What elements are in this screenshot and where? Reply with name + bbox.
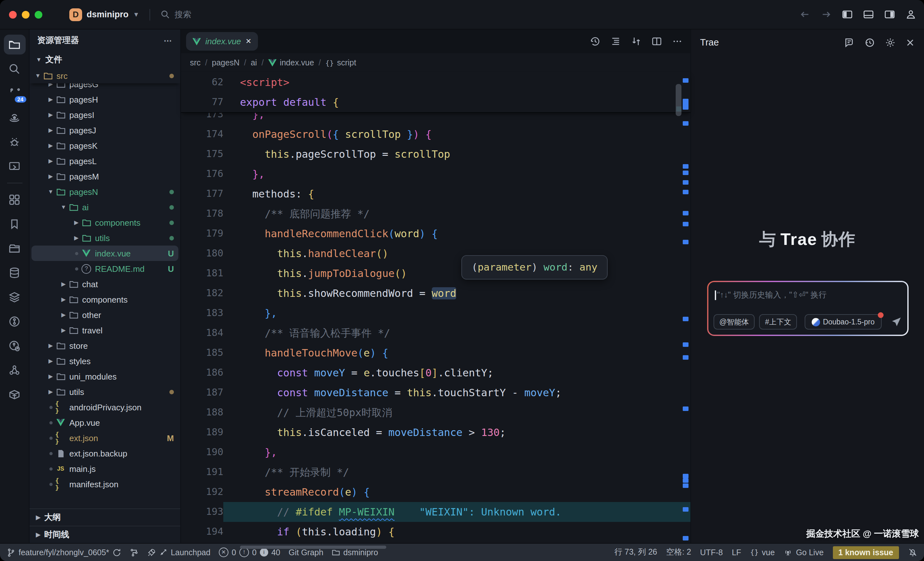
code-line-186[interactable]: 186 const moveY = e.touches[0].clientY; bbox=[181, 363, 690, 383]
tree-file-ext.json[interactable]: { }ext.jsonM bbox=[30, 430, 180, 446]
code-line-193[interactable]: 193 // #ifdef MP-WEIXIN "WEIXIN": Unknow… bbox=[181, 502, 690, 522]
tree-folder-src[interactable]: ▼src bbox=[30, 68, 180, 83]
go-live-button[interactable]: Go Live bbox=[784, 548, 824, 557]
code-line-174[interactable]: 174 onPageScroll({ scrollTop }) { bbox=[181, 124, 690, 144]
breadcrumb-script[interactable]: {}script bbox=[326, 58, 356, 67]
tree-folder-chat[interactable]: ▶chat bbox=[30, 276, 180, 292]
activity-layers-icon[interactable] bbox=[3, 287, 26, 307]
code-line-185[interactable]: 185 handleTouchMove(e) { bbox=[181, 343, 690, 363]
zoom-window-button[interactable] bbox=[34, 10, 42, 18]
code-area[interactable]: 62<script>77export default { 173 },174 o… bbox=[181, 72, 690, 543]
more-icon[interactable] bbox=[672, 36, 683, 47]
context-chip[interactable]: #上下文 bbox=[759, 314, 797, 329]
code-line-182[interactable]: 182 this.showRecommendWord = word bbox=[181, 283, 690, 303]
settings-gear-icon[interactable] bbox=[885, 37, 896, 48]
panel-right-icon[interactable] bbox=[884, 9, 895, 20]
compare-icon[interactable] bbox=[631, 36, 642, 47]
new-chat-icon[interactable] bbox=[844, 37, 855, 48]
close-window-button[interactable] bbox=[9, 10, 16, 18]
activity-bookmark-icon[interactable] bbox=[3, 214, 26, 234]
breadcrumb-src[interactable]: src bbox=[190, 58, 201, 67]
tree-file-androidPrivacy.json[interactable]: { }androidPrivacy.json bbox=[30, 399, 180, 415]
activity-search-icon[interactable] bbox=[3, 59, 26, 79]
cursor-position[interactable]: 行 73, 列 26 bbox=[614, 547, 657, 558]
tree-folder-utils[interactable]: ▶utils bbox=[30, 230, 180, 245]
code-line-189[interactable]: 189 this.isCanceled = moveDistance > 130… bbox=[181, 422, 690, 442]
activity-git-annotate-icon[interactable] bbox=[3, 336, 26, 356]
tree-folder-pagesI[interactable]: ▶pagesI bbox=[30, 107, 180, 123]
history-icon[interactable] bbox=[864, 37, 875, 48]
history-icon[interactable] bbox=[590, 36, 601, 47]
model-selector[interactable]: Doubao-1.5-pro bbox=[805, 314, 882, 329]
tree-folder-pagesK[interactable]: ▶pagesK bbox=[30, 138, 180, 153]
workspace-switcher[interactable]: D dsminipro ▼ bbox=[69, 8, 139, 21]
tree-file-manifest.json[interactable]: { }manifest.json bbox=[30, 476, 180, 492]
code-line-191[interactable]: 191 /** 开始录制 */ bbox=[181, 462, 690, 482]
launchpad-button[interactable]: Launchpad bbox=[147, 548, 210, 557]
back-arrow-icon[interactable] bbox=[800, 9, 810, 20]
close-tab-icon[interactable]: ✕ bbox=[245, 37, 251, 45]
tree-file-ext.json.backup[interactable]: ext.json.backup bbox=[30, 446, 180, 461]
language-mode[interactable]: {̇} vue bbox=[750, 548, 775, 557]
code-line-192[interactable]: 192 streamRecord(e) { bbox=[181, 482, 690, 502]
files-section-header[interactable]: ▼ 文件 bbox=[30, 51, 180, 68]
bell-slash-icon[interactable] bbox=[908, 548, 918, 557]
workspace-indicator[interactable]: dsminipro bbox=[332, 548, 378, 557]
problems-indicator[interactable]: ✕0 !0 i40 bbox=[219, 548, 280, 557]
tree-folder-pagesN[interactable]: ▼pagesN bbox=[30, 184, 180, 199]
tree-folder-ai[interactable]: ▼ai bbox=[30, 199, 180, 215]
tree-folder-travel[interactable]: ▶travel bbox=[30, 323, 180, 338]
activity-source-control-icon[interactable]: 24 bbox=[3, 83, 26, 103]
send-icon[interactable] bbox=[891, 316, 902, 328]
eol[interactable]: LF bbox=[732, 548, 741, 557]
code-line-173[interactable]: 173 }, bbox=[181, 113, 690, 124]
git-graph-button[interactable]: Git Graph bbox=[289, 548, 323, 557]
code-line-190[interactable]: 190 }, bbox=[181, 442, 690, 462]
forward-arrow-icon[interactable] bbox=[821, 9, 832, 20]
outline-section-header[interactable]: ▶ 大纲 bbox=[30, 509, 180, 526]
tree-file-index.vue[interactable]: index.vueU bbox=[30, 245, 180, 261]
tree-folder-utils[interactable]: ▶utils bbox=[30, 384, 180, 399]
tree-folder-pagesM[interactable]: ▶pagesM bbox=[30, 169, 180, 184]
tab-index-vue[interactable]: index.vue ✕ bbox=[186, 32, 258, 51]
tree-folder-styles[interactable]: ▶styles bbox=[30, 353, 180, 369]
activity-explorer-icon[interactable] bbox=[3, 34, 26, 54]
code-line-180[interactable]: 180 this.handleClear() bbox=[181, 244, 690, 263]
tree-folder-pagesJ[interactable]: ▶pagesJ bbox=[30, 123, 180, 138]
panel-left-icon[interactable] bbox=[842, 9, 853, 20]
activity-package-icon[interactable] bbox=[3, 385, 26, 405]
vertical-scrollbar[interactable] bbox=[676, 84, 681, 116]
code-line-179[interactable]: 179 handleRecommendClick(word) { bbox=[181, 224, 690, 244]
breadcrumb-index.vue[interactable]: index.vue bbox=[268, 58, 314, 67]
code-line-62[interactable]: 62<script> bbox=[181, 72, 690, 92]
panel-bottom-icon[interactable] bbox=[863, 9, 874, 20]
code-line-177[interactable]: 177 methods: { bbox=[181, 184, 690, 204]
agent-chip[interactable]: @智能体 bbox=[714, 314, 754, 329]
horizontal-scrollbar[interactable] bbox=[240, 546, 386, 549]
breadcrumb-pagesN[interactable]: pagesN bbox=[212, 58, 239, 67]
known-issue-badge[interactable]: 1 known issue bbox=[832, 546, 899, 559]
tree-file-README.md[interactable]: ?README.mdU bbox=[30, 261, 180, 276]
tree-folder-components[interactable]: ▶components bbox=[30, 215, 180, 230]
tree-file-App.vue[interactable]: App.vue bbox=[30, 415, 180, 430]
window-controls[interactable] bbox=[9, 10, 42, 18]
code-line-178[interactable]: 178 /** 底部问题推荐 */ bbox=[181, 204, 690, 224]
code-line-187[interactable]: 187 const moveDistance = this.touchStart… bbox=[181, 383, 690, 402]
code-line-77[interactable]: 77export default { bbox=[181, 92, 690, 112]
chat-input-box[interactable]: "↑↓" 切换历史输入，"⇧⏎" 换行 @智能体 #上下文 Doubao-1.5… bbox=[707, 281, 909, 336]
activity-remote-eye-icon[interactable] bbox=[3, 108, 26, 127]
outline-icon[interactable] bbox=[610, 36, 621, 47]
tree-folder-store[interactable]: ▶store bbox=[30, 338, 180, 353]
breadcrumb-ai[interactable]: ai bbox=[250, 58, 256, 67]
branch-indicator[interactable]: feature/fyl/zhonglv_0605* bbox=[6, 548, 121, 557]
code-line-194[interactable]: 194 if (this.loading) { bbox=[181, 522, 690, 542]
code-line-175[interactable]: 175 this.pageScrollTop = scrollTop bbox=[181, 144, 690, 164]
account-icon[interactable] bbox=[905, 9, 916, 20]
activity-live-preview-icon[interactable] bbox=[3, 156, 26, 176]
code-line-181[interactable]: 181 this.jumpToDialogue() bbox=[181, 263, 690, 283]
sync-icon[interactable] bbox=[112, 548, 121, 557]
tree-folder-uni_modules[interactable]: ▶uni_modules bbox=[30, 369, 180, 384]
encoding[interactable]: UTF-8 bbox=[700, 548, 723, 557]
activity-debug-icon[interactable] bbox=[3, 132, 26, 152]
activity-tree-icon[interactable] bbox=[3, 361, 26, 380]
